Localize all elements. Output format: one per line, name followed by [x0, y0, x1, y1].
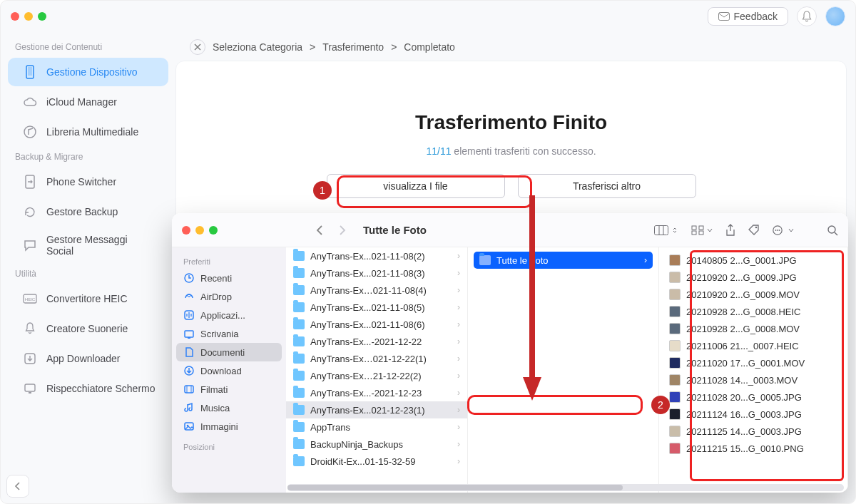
folder-row[interactable]: AnyTrans-Ex…021-12-22(1)› — [286, 350, 467, 367]
btn-label: Trasferisci altro — [573, 180, 641, 192]
file-row[interactable]: 20210928 2...G_0008.MOV — [662, 320, 845, 337]
sidebar-item-backup[interactable]: Gestore Backup — [8, 197, 168, 226]
sidebar-label: Convertitore HEIC — [46, 293, 128, 304]
collapse-sidebar-button[interactable] — [6, 475, 29, 498]
finder-sidebar-item[interactable]: Documenti — [176, 343, 282, 361]
crumb[interactable]: Seleziona Categoria — [213, 41, 302, 53]
back-button[interactable] — [310, 221, 329, 240]
file-row[interactable]: 20211020 17...G_0001.MOV — [662, 354, 845, 371]
folder-name: AnyTrans-Ex…021-11-08(4) — [310, 285, 427, 296]
svg-point-20 — [828, 226, 835, 233]
sidebar-item-switcher[interactable]: Phone Switcher — [8, 168, 168, 196]
share-icon — [725, 224, 735, 237]
sidebar-label: iCloud Manager — [46, 96, 117, 108]
share-button[interactable] — [725, 224, 735, 237]
grid-icon — [691, 225, 704, 235]
forward-button[interactable] — [333, 221, 352, 240]
finder-sidebar-item[interactable]: Filmati — [176, 380, 282, 398]
transfer-more-button[interactable]: Trasferisci altro — [518, 174, 696, 198]
file-row[interactable]: 20140805 2...G_0001.JPG — [662, 252, 845, 269]
sidebar-item-icloud[interactable]: iCloud Manager — [8, 88, 168, 116]
folder-row[interactable]: AnyTrans-Ex...021-11-08(2)› — [286, 247, 467, 264]
svg-rect-10 — [655, 225, 668, 235]
crumb[interactable]: Trasferimento — [322, 41, 384, 53]
cloud-icon — [22, 94, 38, 110]
close-window[interactable] — [182, 226, 190, 235]
folder-row[interactable]: AnyTrans-Ex...-2021-12-22› — [286, 333, 467, 350]
view-files-button[interactable]: visualizza I file — [327, 174, 505, 198]
folder-row[interactable]: AnyTrans-Ex...021-11-08(3)› — [286, 264, 467, 282]
folder-icon — [293, 336, 305, 346]
file-row[interactable]: 20211215 15...G_0010.PNG — [662, 440, 845, 457]
folder-icon — [293, 268, 305, 278]
sidebar-item-heic[interactable]: HEIC Convertitore HEIC — [8, 284, 168, 313]
notifications-button[interactable] — [797, 6, 817, 26]
view-columns-button[interactable] — [654, 225, 678, 235]
chevron-right-icon: › — [457, 388, 460, 398]
sep: > — [391, 41, 397, 53]
folder-row[interactable]: AnyTrans-Ex...021-11-08(5)› — [286, 299, 467, 316]
finder-column-3[interactable]: 20140805 2...G_0001.JPG20210920 2...G_00… — [659, 247, 848, 493]
chevron-left-icon — [14, 482, 21, 490]
finder-sidebar-item[interactable]: Download — [176, 361, 282, 380]
tags-button[interactable] — [748, 225, 760, 236]
folder-row[interactable]: AnyTrans-Ex…21-12-22(2)› — [286, 367, 467, 384]
sidebar-label: AirDrop — [200, 292, 232, 302]
svg-point-22 — [188, 296, 190, 297]
more-button[interactable] — [773, 225, 794, 235]
app-window: Feedback Gestione dei Contenuti Gestione… — [0, 0, 856, 504]
progress-count: 11/11 — [426, 145, 451, 157]
file-name: 20211006 21..._0007.HEIC — [686, 341, 799, 351]
close-window[interactable] — [11, 12, 19, 21]
sidebar-label: Applicazi... — [200, 310, 245, 321]
sidebar-item-media[interactable]: Libreria Multimediale — [8, 118, 168, 146]
finder-column-1[interactable]: AnyTrans-Ex...021-11-08(2)›AnyTrans-Ex..… — [286, 247, 468, 493]
folder-row[interactable]: DroidKit-Ex...01-15-32-59› — [286, 453, 467, 470]
file-row[interactable]: 20210920 2...G_0009.JPG — [662, 269, 845, 286]
finder-sidebar-item[interactable]: Recenti — [176, 269, 282, 287]
chevron-right-icon: › — [457, 285, 460, 295]
file-row[interactable]: 20210928 2...G_0008.HEIC — [662, 303, 845, 320]
finder-sidebar-item[interactable]: Applicazi... — [176, 306, 282, 324]
titlebar: Feedback — [1, 1, 855, 32]
group-by-button[interactable] — [691, 225, 713, 235]
finder-sidebar-item[interactable]: Musica — [176, 398, 282, 417]
folder-row[interactable]: AppTrans› — [286, 418, 467, 436]
minimize-window[interactable] — [195, 226, 204, 235]
sidebar-icon — [183, 309, 195, 321]
minimize-window[interactable] — [24, 12, 33, 21]
feedback-button[interactable]: Feedback — [708, 7, 788, 26]
folder-row[interactable]: AnyTrans-Ex…021-11-08(4)› — [286, 282, 467, 299]
sidebar-label: Gestore Backup — [46, 206, 118, 217]
sidebar-item-ringtone[interactable]: Creatore Suonerie — [8, 314, 168, 343]
file-row[interactable]: 20210920 2...G_0009.MOV — [662, 286, 845, 303]
folder-row[interactable]: BackupNinja_Backups› — [286, 436, 467, 453]
sidebar-item-social[interactable]: Gestore Messaggi Social — [8, 227, 168, 263]
sidebar-item-device[interactable]: Gestione Dispositivo — [8, 58, 168, 86]
file-name: 20140805 2...G_0001.JPG — [686, 255, 797, 266]
zoom-window[interactable] — [209, 226, 218, 235]
folder-row[interactable]: AnyTrans-Ex...021-12-23(1)› — [286, 401, 467, 418]
chevron-right-icon: › — [457, 319, 460, 329]
sidebar-label: Download — [200, 366, 242, 376]
horizontal-scrollbar[interactable] — [286, 484, 845, 491]
sidebar-item-appdl[interactable]: App Downloader — [8, 344, 168, 373]
file-row[interactable]: 20211125 14...G_0003.JPG — [662, 423, 845, 440]
breadcrumb-close[interactable] — [190, 39, 205, 55]
file-row[interactable]: 20211028 14..._0003.MOV — [662, 371, 845, 389]
file-row[interactable]: 20211028 20...G_0005.JPG — [662, 389, 845, 406]
finder-sidebar-item[interactable]: Scrivania — [176, 324, 282, 343]
finder-column-2[interactable]: Tutte le Foto › — [468, 247, 659, 493]
folder-row[interactable]: AnyTrans-Ex...021-11-08(6)› — [286, 316, 467, 333]
search-button[interactable] — [827, 225, 838, 236]
finder-sidebar-item[interactable]: Immagini — [176, 417, 282, 436]
sidebar-item-mirror[interactable]: Rispecchiatore Schermo — [8, 374, 168, 403]
zoom-window[interactable] — [38, 12, 46, 21]
sidebar-icon — [183, 365, 195, 376]
file-row[interactable]: 20211124 16...G_0003.JPG — [662, 406, 845, 423]
folder-row-selected[interactable]: Tutte le Foto › — [474, 252, 653, 269]
account-avatar[interactable] — [825, 6, 845, 26]
file-row[interactable]: 20211006 21..._0007.HEIC — [662, 337, 845, 354]
folder-row[interactable]: AnyTrans-Ex...-2021-12-23› — [286, 384, 467, 401]
finder-sidebar-item[interactable]: AirDrop — [176, 287, 282, 306]
